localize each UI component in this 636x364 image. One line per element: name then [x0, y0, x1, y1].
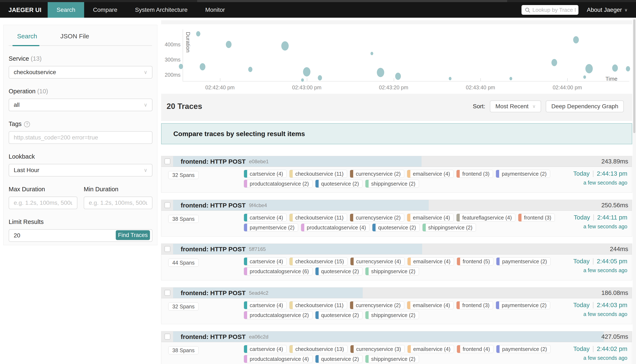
- trace-scatter-point[interactable]: [179, 64, 183, 69]
- service-tag-rows: cartservice (4)checkoutservice (11)curre…: [244, 170, 550, 190]
- min-duration-label: Min Duration: [84, 186, 152, 193]
- service-tag-label: quoteservice (2): [321, 312, 362, 318]
- trace-scatter-point[interactable]: [509, 77, 512, 80]
- trace-select-checkbox[interactable]: [164, 158, 170, 164]
- service-tag: frontend (4): [457, 345, 493, 353]
- trace-title-link[interactable]: frontend: HTTP POST ea06c2d: [181, 331, 268, 342]
- trace-duration-label: 250.56ms: [601, 200, 628, 211]
- service-tag: productcatalogservice (2): [244, 311, 312, 319]
- service-tag: emailservice (4): [407, 301, 454, 309]
- nav-tab-monitor[interactable]: Monitor: [196, 2, 234, 18]
- nav-tab-compare[interactable]: Compare: [84, 2, 126, 18]
- trace-day: Today: [574, 214, 590, 221]
- trace-scatter-point[interactable]: [612, 64, 618, 72]
- nav-tab-system-architecture[interactable]: System Architecture: [126, 2, 196, 18]
- trace-day: Today: [573, 258, 590, 265]
- trace-scatter-point[interactable]: [573, 36, 579, 44]
- trace-body: 32 Spans cartservice (4)checkoutservice …: [161, 167, 632, 192]
- trace-scatter-point[interactable]: [626, 66, 630, 72]
- service-tag-label: currencyservice (3): [356, 346, 405, 352]
- min-duration-input[interactable]: [89, 197, 147, 209]
- trace-scatter-point[interactable]: [377, 68, 384, 77]
- trace-select-checkbox[interactable]: [164, 290, 170, 296]
- trace-select-checkbox[interactable]: [164, 246, 170, 252]
- lookback-select[interactable]: Last Hour ∨: [9, 164, 152, 176]
- service-tag-row: cartservice (4)checkoutservice (15)curre…: [244, 258, 551, 266]
- service-tag: paymentservice (2): [244, 224, 298, 232]
- service-color-swatch: [408, 258, 411, 265]
- trace-result-card[interactable]: frontend: HTTP POST e08ebe1 243.89ms 32 …: [161, 156, 632, 193]
- trace-result-card[interactable]: frontend: HTTP POST 5ead4c2 186.08ms 32 …: [161, 287, 632, 324]
- trace-id: 5ead4c2: [249, 290, 268, 296]
- trace-scatter-point[interactable]: [371, 52, 373, 55]
- trace-scatter-point[interactable]: [585, 64, 593, 73]
- service-tag: currencyservice (4): [350, 258, 405, 266]
- trace-title: frontend: HTTP POST: [181, 202, 246, 209]
- max-duration-input[interactable]: [14, 197, 72, 209]
- trace-scatter-point[interactable]: [281, 41, 289, 50]
- trace-scatter-point[interactable]: [303, 67, 310, 76]
- tab-json-file[interactable]: JSON File: [60, 33, 89, 45]
- trace-scatter-point[interactable]: [551, 59, 557, 66]
- service-tag: currencyservice (3): [350, 345, 405, 353]
- trace-scatter-point[interactable]: [301, 78, 304, 82]
- results-header: 20 Traces Sort: Most Recent ∨ Deep Depen…: [161, 99, 632, 114]
- service-color-swatch: [366, 311, 369, 319]
- trace-title: frontend: HTTP POST: [181, 158, 246, 165]
- service-color-swatch: [350, 170, 353, 178]
- service-tag-rows: cartservice (4)checkoutservice (15)curre…: [244, 258, 551, 277]
- nav-tab-search[interactable]: Search: [48, 2, 84, 18]
- x-axis-tick-mark: [567, 78, 568, 81]
- trace-scatter-point[interactable]: [226, 41, 231, 48]
- service-tag: checkoutservice (11): [289, 301, 347, 309]
- trace-title-link[interactable]: frontend: HTTP POST 5ff7165: [181, 244, 266, 254]
- min-duration-field: [84, 196, 152, 209]
- operation-select[interactable]: all ∨: [9, 98, 152, 111]
- service-tag: productcatalogservice (2): [244, 180, 312, 188]
- service-tag-label: cartservice (4): [250, 346, 286, 352]
- service-tag: shippingservice (2): [365, 311, 419, 319]
- service-color-swatch: [315, 311, 319, 319]
- service-tag-label: quoteservice (2): [321, 356, 362, 362]
- trace-body: 38 Spans cartservice (4)checkoutservice …: [161, 342, 632, 364]
- trace-scatter-point[interactable]: [196, 31, 200, 36]
- tags-input[interactable]: [14, 132, 147, 144]
- tab-search[interactable]: Search: [17, 33, 37, 45]
- trace-result-card[interactable]: frontend: HTTP POST 5ff7165 244ms 44 Spa…: [161, 244, 632, 280]
- help-icon[interactable]: ?: [24, 121, 30, 127]
- x-axis-tick-mark: [480, 78, 481, 81]
- deep-dependency-graph-button[interactable]: Deep Dependency Graph: [546, 100, 624, 112]
- trace-scatter-point[interactable]: [395, 73, 401, 80]
- service-color-swatch: [244, 170, 247, 178]
- trace-scatter-point[interactable]: [248, 67, 252, 72]
- service-tag-label: cartservice (4): [250, 258, 286, 264]
- trace-scatter-point[interactable]: [318, 75, 322, 80]
- trace-title-link[interactable]: frontend: HTTP POST 5ead4c2: [181, 288, 268, 298]
- timestamp-divider: [593, 170, 593, 177]
- service-tag-label: paymentservice (2): [250, 224, 298, 231]
- trace-count-heading: 20 Traces: [167, 102, 202, 111]
- trace-scatter-point[interactable]: [583, 76, 586, 79]
- trace-title-link[interactable]: frontend: HTTP POST e08ebe1: [181, 156, 269, 167]
- trace-select-checkbox[interactable]: [164, 202, 170, 208]
- x-axis-tick: 02:43:00 pm: [281, 84, 332, 90]
- service-color-swatch: [315, 355, 319, 363]
- sort-select[interactable]: Most Recent ∨: [490, 100, 541, 112]
- service-select[interactable]: checkoutservice ∨: [9, 66, 152, 78]
- trace-result-card[interactable]: frontend: HTTP POST ea06c2d 427.05ms 38 …: [161, 331, 632, 364]
- find-traces-button[interactable]: Find Traces: [116, 230, 150, 240]
- service-tag: checkoutservice (11): [289, 170, 347, 178]
- trace-select-checkbox[interactable]: [164, 334, 170, 340]
- trace-timestamp: Today 2:44:03 pm a few seconds ago: [573, 302, 627, 317]
- trace-title-link[interactable]: frontend: HTTP POST 9f4cbe4: [181, 200, 267, 211]
- service-tag-label: frontend (4): [463, 346, 493, 352]
- service-tag-label: emailservice (4): [413, 171, 453, 177]
- service-color-swatch: [289, 170, 293, 178]
- trace-result-card[interactable]: frontend: HTTP POST 9f4cbe4 250.56ms 38 …: [161, 200, 632, 236]
- trace-scatter-point[interactable]: [200, 63, 205, 70]
- scrollbar-thumb[interactable]: [633, 20, 635, 133]
- about-jaeger-menu[interactable]: About Jaeger ∨: [587, 2, 636, 18]
- trace-scatter-point[interactable]: [449, 77, 452, 80]
- service-color-swatch: [457, 258, 460, 265]
- service-tag-label: paymentservice (2): [502, 171, 550, 177]
